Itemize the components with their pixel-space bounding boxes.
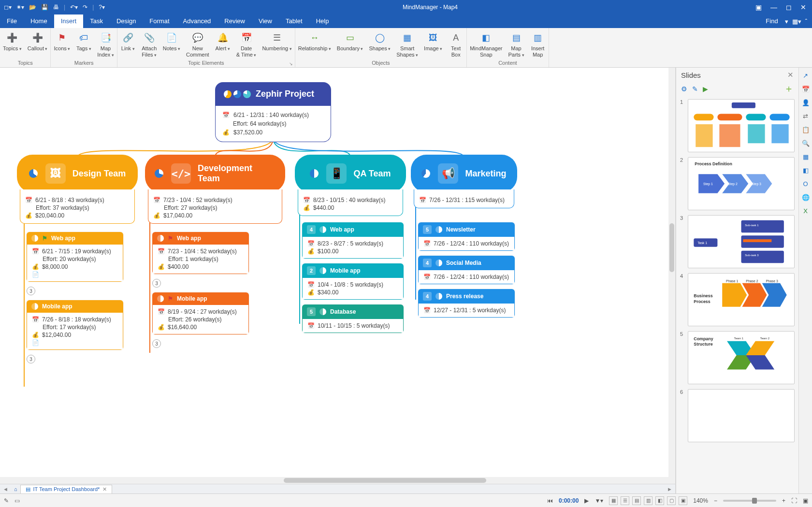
maximize-icon[interactable]: ◻ — [786, 3, 792, 11]
close-panel-icon[interactable]: ✕ — [787, 71, 794, 79]
document-tab[interactable]: ▤ IT Team Project Dashboard* ✕ — [20, 485, 113, 493]
open-icon[interactable]: 📂 — [29, 4, 36, 11]
ribbon-numbering[interactable]: ☰Numbering — [259, 30, 294, 53]
view-icon-icon[interactable]: ◧ — [655, 496, 664, 505]
tab-advanced[interactable]: Advanced — [176, 14, 218, 28]
zoom-slider[interactable] — [723, 500, 776, 502]
slide-3[interactable]: 3Task 1Sub-task 1Sub-task 2Sub-task 3 — [680, 215, 795, 268]
new-doc-icon[interactable]: ◻▾ — [4, 4, 12, 11]
ribbon-notes[interactable]: 📄Notes — [160, 30, 183, 53]
ribbon-shapes[interactable]: ◯Shapes — [366, 30, 393, 53]
undo-icon[interactable]: ↶▾ — [70, 4, 78, 11]
ribbon-callout[interactable]: ➕Callout — [25, 30, 51, 53]
add-slide-icon[interactable]: ＋ — [784, 82, 794, 95]
view-outline-icon[interactable]: ☰ — [621, 496, 629, 505]
collapse-ribbon-icon[interactable]: ˆ — [805, 18, 807, 25]
vertical-scrollbar[interactable] — [668, 68, 675, 477]
children-count[interactable]: 3 — [152, 279, 161, 288]
tab-scroll-right-icon[interactable]: ► — [664, 486, 675, 492]
find-options-icon[interactable]: ▾ — [785, 18, 788, 25]
highlight-icon[interactable]: ▭ — [14, 497, 20, 504]
tab-design[interactable]: Design — [110, 14, 143, 28]
calendar-icon[interactable]: 📅 — [801, 84, 811, 94]
ribbon-tags[interactable]: 🏷Tags — [73, 30, 94, 53]
globe-icon[interactable]: 🌐 — [801, 192, 811, 202]
ribbon-attach[interactable]: 📎AttachFiles — [139, 30, 160, 58]
search-icon[interactable]: 🔍 — [801, 138, 811, 148]
tab-home-icon[interactable]: ⌂ — [11, 486, 20, 492]
slide-5[interactable]: 5CompanyStructureTeam 1Team 2 — [680, 331, 795, 384]
slide-2[interactable]: 2Process DefinitionStep 1Step 2Step 3 — [680, 157, 795, 210]
map-nav-icon[interactable]: ▦▾ — [792, 18, 801, 25]
pen-mode-icon[interactable]: ✎ — [4, 497, 9, 504]
ribbon-mapparts[interactable]: ▤MapParts — [505, 30, 527, 58]
fit-page-icon[interactable]: ⛶ — [791, 497, 797, 504]
timer-play-icon[interactable]: ▶ — [584, 497, 589, 504]
panel-icon[interactable]: ▦ — [801, 152, 811, 161]
group-launcher-icon[interactable]: ↘ — [289, 61, 293, 66]
print-icon[interactable]: 🖶 — [53, 4, 59, 11]
tab-view[interactable]: View — [252, 14, 279, 28]
view-map-icon[interactable]: ▦ — [609, 496, 618, 505]
tab-scroll-left-icon[interactable]: ◄ — [0, 486, 11, 492]
person-icon[interactable]: 👤 — [801, 98, 811, 107]
slide-6[interactable]: 6 — [680, 389, 795, 442]
tab-insert[interactable]: Insert — [54, 14, 84, 28]
root-topic[interactable]: Zephir Project 6/21 - 12/31 : 140 workda… — [215, 82, 331, 142]
children-count[interactable]: 3 — [27, 355, 35, 363]
view-gantt-icon[interactable]: ▤ — [632, 496, 641, 505]
link-icon[interactable]: ⇄ — [801, 111, 811, 121]
task-press-release[interactable]: 4Press release12/27 - 12/31 : 5 workday(… — [418, 289, 515, 318]
close-icon[interactable]: ✕ — [800, 3, 806, 11]
tab-home[interactable]: Home — [24, 14, 54, 28]
ribbon-icons[interactable]: ⚑Icons — [51, 30, 73, 53]
ribbon-image[interactable]: 🖼Image — [421, 30, 445, 53]
clipboard-icon[interactable]: 📋 — [801, 125, 811, 134]
ribbon-mapindex[interactable]: 📑MapIndex — [94, 30, 116, 58]
redo-icon[interactable]: ↷ — [83, 4, 87, 11]
minimize-icon[interactable]: ― — [770, 3, 777, 11]
ribbon-newcomment[interactable]: 💬NewComment — [183, 30, 212, 58]
find-button[interactable]: Find — [759, 14, 784, 28]
close-tab-icon[interactable]: ✕ — [102, 486, 107, 493]
ribbon-datetime[interactable]: 📅Date& Time — [233, 30, 260, 58]
ribbon-topics[interactable]: ➕Topics — [0, 30, 25, 53]
tab-review[interactable]: Review — [218, 14, 252, 28]
ribbon-smartshapes[interactable]: ▦SmartShapes — [393, 30, 421, 58]
task-mobile-app[interactable]: Mobile app8/19 - 9/24 : 27 workday(s)Eff… — [152, 292, 249, 334]
task-newsletter[interactable]: 5Newsletter7/26 - 12/24 : 110 workday(s) — [418, 222, 515, 251]
ribbon-textbox[interactable]: ATextBox — [445, 30, 466, 58]
snap-icon[interactable]: ◧ — [801, 165, 811, 175]
horizontal-scrollbar[interactable] — [0, 477, 675, 484]
filter-icon[interactable]: ▼▾ — [594, 497, 603, 504]
timer-prev-icon[interactable]: ⏮ — [547, 497, 553, 504]
ribbon-link[interactable]: 🔗Link — [117, 30, 139, 53]
task-social-media[interactable]: 4Social Media7/26 - 12/24 : 110 workday(… — [418, 256, 515, 284]
task-mobile-app[interactable]: Mobile app7/26 - 8/18 : 18 workday(s)Eff… — [27, 300, 123, 350]
tab-tablet[interactable]: Tablet — [279, 14, 309, 28]
team-qa[interactable]: 📱QA Team 8/23 - 10/15 : 40 workday(s) $4… — [295, 155, 406, 216]
tab-format[interactable]: Format — [143, 14, 176, 28]
task-web-app[interactable]: Web app6/21 - 7/15 : 19 workday(s)Effort… — [27, 232, 123, 282]
outlook-icon[interactable]: O — [801, 179, 811, 188]
view-schedule-icon[interactable]: ▥ — [644, 496, 652, 505]
ribbon-snap[interactable]: ◧MindManagerSnap — [467, 30, 505, 58]
view-tag-icon[interactable]: ▢ — [667, 496, 676, 505]
help-icon[interactable]: ?▾ — [99, 4, 105, 11]
tab-task[interactable]: Task — [83, 14, 110, 28]
ribbon-insertmap[interactable]: ▥InsertMap — [527, 30, 549, 58]
team-marketing[interactable]: 📢Marketing 7/26 - 12/31 : 115 workday(s) — [411, 155, 517, 208]
task-database[interactable]: 5Database10/11 - 10/15 : 5 workday(s) — [302, 304, 404, 333]
team-dev[interactable]: </>Development Team 7/23 - 10/4 : 52 wor… — [145, 155, 285, 224]
tab-help[interactable]: Help — [309, 14, 336, 28]
team-design[interactable]: 🖼Design Team 6/21 - 8/18 : 43 workday(s)… — [17, 155, 138, 224]
slide-settings-icon[interactable]: ⚙ — [681, 85, 687, 93]
children-count[interactable]: 3 — [27, 287, 35, 295]
canvas[interactable]: Zephir Project 6/21 - 12/31 : 140 workda… — [0, 68, 676, 493]
ribbon-boundary[interactable]: ▭Boundary — [334, 30, 366, 53]
task-web-app[interactable]: Web app7/23 - 10/4 : 52 workday(s)Effort… — [152, 232, 249, 274]
share-icon[interactable]: ↗ — [801, 71, 811, 80]
task-web-app[interactable]: 4Web app8/23 - 8/27 : 5 workday(s)$100.0… — [302, 222, 404, 259]
excel-icon[interactable]: X — [801, 206, 811, 216]
tab-file[interactable]: File — [0, 14, 24, 28]
